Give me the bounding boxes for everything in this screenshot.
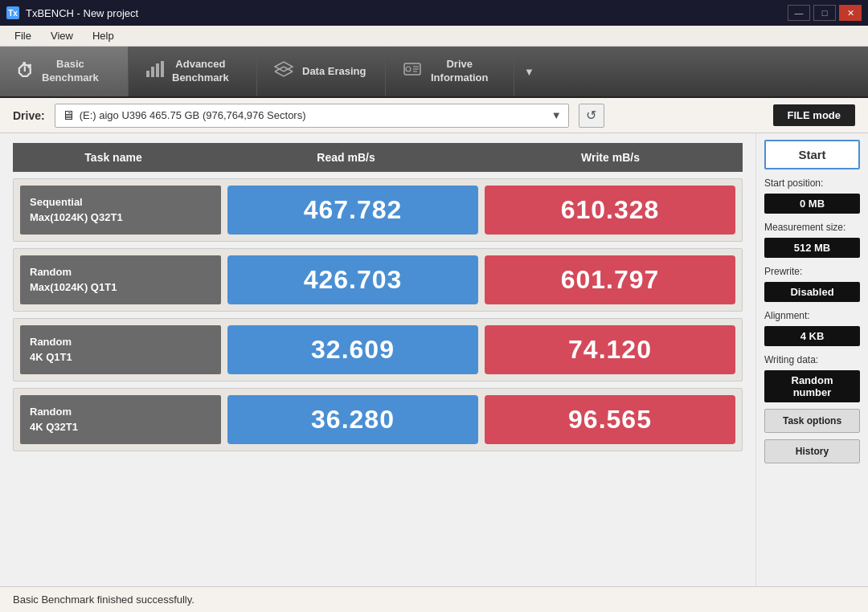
measurement-size-value: 512 MB — [764, 238, 860, 258]
writing-data-label: Writing data: — [764, 354, 860, 365]
table-row: Random 4K Q32T1 36.280 96.565 — [13, 388, 743, 451]
header-task-name: Task name — [13, 143, 214, 172]
toolbar-dropdown-arrow[interactable]: ▼ — [514, 47, 544, 96]
write-random-4k-q1t1: 74.120 — [485, 325, 735, 374]
status-bar: Basic Benchmark finished successfully. — [0, 586, 868, 612]
task-random-4k-q1t1: Random 4K Q1T1 — [20, 325, 221, 374]
dropdown-chevron-icon: ▼ — [524, 66, 534, 78]
svg-rect-2 — [156, 63, 159, 77]
start-position-value: 0 MB — [764, 194, 860, 214]
title-bar-left: Tx TxBENCH - New project — [6, 6, 138, 19]
toolbar: ⏱ BasicBenchmark AdvancedBenchmark Data … — [0, 47, 868, 98]
drive-information-icon — [402, 60, 423, 83]
history-button[interactable]: History — [764, 439, 860, 463]
task-options-button[interactable]: Task options — [764, 409, 860, 433]
menu-help[interactable]: Help — [84, 28, 122, 43]
toolbar-drive-information[interactable]: DriveInformation — [386, 47, 514, 96]
menu-view[interactable]: View — [43, 28, 81, 43]
drive-select-chevron-icon: ▼ — [551, 109, 562, 121]
main-content: Task name Read mB/s Write mB/s Sequentia… — [0, 133, 868, 586]
prewrite-label: Prewrite: — [764, 266, 860, 277]
data-erasing-icon — [273, 60, 294, 83]
window-title: TxBENCH - New project — [26, 7, 138, 19]
write-random-4k-q32t1: 96.565 — [485, 395, 735, 444]
drive-refresh-button[interactable]: ↺ — [579, 104, 604, 128]
window-controls: — □ ✕ — [788, 5, 862, 21]
task-random-max: Random Max(1024K) Q1T1 — [20, 255, 221, 304]
basic-benchmark-icon: ⏱ — [16, 61, 34, 82]
maximize-button[interactable]: □ — [813, 5, 836, 21]
menu-file[interactable]: File — [6, 28, 39, 43]
benchmark-header-row: Task name Read mB/s Write mB/s — [13, 143, 743, 172]
benchmark-rows: Sequential Max(1024K) Q32T1 467.782 610.… — [13, 178, 743, 451]
measurement-size-label: Measurement size: — [764, 222, 860, 233]
alignment-value: 4 KB — [764, 326, 860, 346]
sidebar: Start Start position: 0 MB Measurement s… — [755, 133, 868, 586]
writing-data-value: Random number — [764, 370, 860, 402]
read-random-4k-q32t1: 36.280 — [227, 395, 478, 444]
drive-select-icon: 🖥 — [62, 108, 75, 123]
menu-bar: File View Help — [0, 26, 868, 47]
prewrite-value: Disabled — [764, 282, 860, 302]
title-bar: Tx TxBENCH - New project — □ ✕ — [0, 0, 868, 26]
drive-label: Drive: — [13, 109, 45, 122]
read-random-max: 426.703 — [227, 255, 478, 304]
read-random-4k-q1t1: 32.609 — [227, 325, 478, 374]
write-sequential-max: 610.328 — [485, 186, 735, 235]
drive-bar: Drive: 🖥 (E:) aigo U396 465.75 GB (976,7… — [0, 98, 868, 133]
toolbar-advanced-benchmark[interactable]: AdvancedBenchmark — [129, 47, 257, 96]
task-sequential-max: Sequential Max(1024K) Q32T1 — [20, 186, 221, 235]
task-random-4k-q32t1: Random 4K Q32T1 — [20, 395, 221, 444]
start-position-label: Start position: — [764, 177, 860, 189]
start-button[interactable]: Start — [764, 140, 860, 169]
file-mode-button[interactable]: FILE mode — [773, 104, 855, 126]
refresh-icon: ↺ — [586, 108, 596, 123]
toolbar-data-erasing[interactable]: Data Erasing — [257, 47, 386, 96]
data-erasing-label: Data Erasing — [302, 65, 366, 79]
table-row: Sequential Max(1024K) Q32T1 467.782 610.… — [13, 178, 743, 242]
benchmark-area: Task name Read mB/s Write mB/s Sequentia… — [0, 133, 755, 586]
advanced-benchmark-label: AdvancedBenchmark — [172, 58, 229, 85]
svg-rect-3 — [161, 61, 164, 77]
status-message: Basic Benchmark finished successfully. — [13, 594, 194, 606]
svg-point-5 — [406, 67, 411, 71]
drive-selector[interactable]: 🖥 (E:) aigo U396 465.75 GB (976,764,976 … — [55, 104, 569, 128]
read-sequential-max: 467.782 — [227, 186, 478, 235]
svg-rect-1 — [151, 67, 154, 77]
svg-rect-0 — [146, 71, 149, 77]
drive-select-value: (E:) aigo U396 465.75 GB (976,764,976 Se… — [80, 109, 551, 121]
table-row: Random 4K Q1T1 32.609 74.120 — [13, 318, 743, 381]
advanced-benchmark-icon — [145, 59, 164, 84]
basic-benchmark-label: BasicBenchmark — [42, 58, 99, 85]
toolbar-basic-benchmark[interactable]: ⏱ BasicBenchmark — [0, 47, 129, 96]
write-random-max: 601.797 — [485, 255, 735, 304]
alignment-label: Alignment: — [764, 310, 860, 321]
drive-information-label: DriveInformation — [431, 58, 489, 85]
minimize-button[interactable]: — — [788, 5, 810, 21]
app-icon: Tx — [6, 6, 19, 19]
header-write: Write mB/s — [478, 143, 743, 172]
table-row: Random Max(1024K) Q1T1 426.703 601.797 — [13, 248, 743, 312]
header-read: Read mB/s — [214, 143, 478, 172]
close-button[interactable]: ✕ — [839, 5, 862, 21]
